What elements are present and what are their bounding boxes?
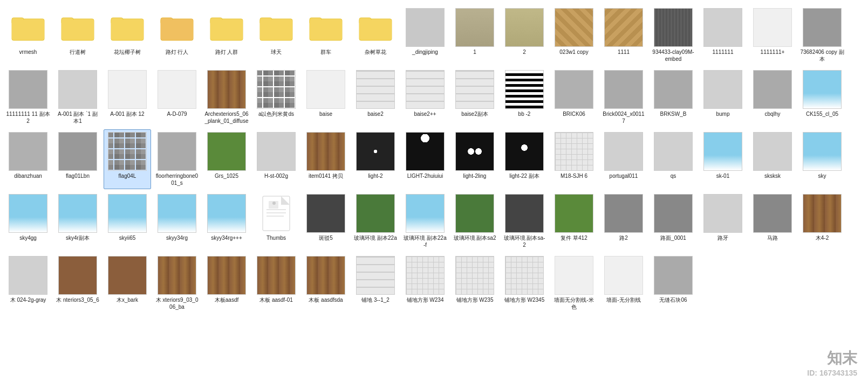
list-item[interactable]: flag04L [104, 129, 151, 189]
file-label: 1111111 [713, 48, 734, 56]
file-label: 玻璃环境 副本sa-2 [502, 234, 546, 248]
file-thumbnail [654, 194, 693, 233]
list-item[interactable]: bump [699, 67, 747, 127]
list-item[interactable]: 路面_0001 [650, 191, 697, 251]
list-item[interactable]: 木x_bark [104, 253, 151, 313]
list-item[interactable]: CK155_cl_05 [798, 67, 846, 127]
list-item[interactable]: 2 [501, 5, 548, 65]
texture-preview [158, 256, 196, 295]
list-item[interactable]: 墙面无分割线-米色 [550, 253, 598, 313]
list-item[interactable]: 玻璃环境 副本sa2 [451, 191, 498, 251]
list-item[interactable]: 1111111+ [749, 5, 796, 65]
list-item[interactable]: sk-01 [699, 129, 747, 189]
list-item[interactable]: 1111111 [699, 5, 747, 65]
list-item[interactable]: 墙面-无分割线 [600, 253, 647, 313]
list-item[interactable]: sksksk [749, 129, 796, 189]
file-label: H-st-002g [264, 172, 288, 179]
file-thumbnail [207, 8, 246, 47]
list-item[interactable]: 马路 [749, 191, 796, 251]
list-item[interactable]: 路2 [600, 191, 647, 251]
list-item[interactable]: 路灯 行人 [153, 5, 201, 65]
list-item[interactable]: light-2 [352, 129, 399, 189]
list-item[interactable]: baise2 [352, 67, 399, 127]
file-thumbnail [406, 8, 445, 47]
list-item[interactable]: 群车 [302, 5, 350, 65]
list-item[interactable]: 玻璃环境 副本22a [352, 191, 399, 251]
list-item[interactable]: LIGHT-2huiuiui [401, 129, 449, 189]
file-thumbnail [158, 8, 196, 47]
list-item[interactable]: 73682406 copy 副本 [798, 5, 846, 65]
list-item[interactable]: item0141 拷贝 [302, 129, 350, 189]
list-item[interactable]: H-st-002g [252, 129, 300, 189]
list-item[interactable]: 杂树草花 [352, 5, 399, 65]
list-item[interactable]: M18-SJH 6 [550, 129, 598, 189]
list-item[interactable]: 木 nteriors3_05_6 [54, 253, 101, 313]
list-item[interactable]: sky4gg [4, 191, 52, 251]
list-item[interactable]: 铺地方形 W2345 [501, 253, 548, 313]
list-item[interactable]: 11111111 11 副本2 [4, 67, 52, 127]
list-item[interactable]: baise2副本 [451, 67, 498, 127]
list-item[interactable]: 1111 [600, 5, 647, 65]
texture-preview [604, 132, 643, 171]
list-item[interactable]: sky [798, 129, 846, 189]
list-item[interactable]: 木 024-2g-gray [4, 253, 52, 313]
file-thumbnail [654, 256, 693, 295]
texture-preview [406, 194, 445, 233]
list-item[interactable]: 934433-clay09M-embed [650, 5, 697, 65]
list-item[interactable]: 玻璃环境 副本22a-f [401, 191, 449, 251]
list-item[interactable]: portugal011 [600, 129, 647, 189]
list-item[interactable]: Archexteriors5_06_plank_01_diffuse [203, 67, 250, 127]
texture-preview [505, 8, 544, 47]
list-item[interactable]: A-001 副本 12 [104, 67, 151, 127]
file-thumbnail [555, 194, 593, 233]
list-item[interactable]: _dingjiping [401, 5, 449, 65]
list-item[interactable]: A-001 副本 `1 副本1 [54, 67, 101, 127]
list-item[interactable]: qs [650, 129, 697, 189]
list-item[interactable]: 无缝石块06 [650, 253, 697, 313]
list-item[interactable]: 斑驳5 [302, 191, 350, 251]
list-item[interactable]: 木板aasdf [203, 253, 250, 313]
list-item[interactable]: 行道树 [54, 5, 101, 65]
list-item[interactable]: 花坛椰子树 [104, 5, 151, 65]
list-item[interactable]: 木 xteriors9_03_006_ba [153, 253, 201, 313]
list-item[interactable]: Brick0024_x00117 [600, 67, 647, 127]
list-item[interactable]: 木4-2 [798, 191, 846, 251]
list-item[interactable]: a以色列米黄ds [252, 67, 300, 127]
list-item[interactable]: 023w1 copy [550, 5, 598, 65]
list-item[interactable]: skyy34rg [153, 191, 201, 251]
list-item[interactable]: A-D-079 [153, 67, 201, 127]
list-item[interactable]: 路牙 [699, 191, 747, 251]
list-item[interactable]: 铺地方形 W234 [401, 253, 449, 313]
list-item[interactable]: vrmesh [4, 5, 52, 65]
list-item[interactable]: flag01Lbn [54, 129, 101, 189]
list-item[interactable]: dibanzhuan [4, 129, 52, 189]
list-item[interactable]: BRKSW_B [650, 67, 697, 127]
list-item[interactable]: 路灯 人群 [203, 5, 250, 65]
file-thumbnail [356, 132, 395, 171]
list-item[interactable]: 木板 aasdf-01 [252, 253, 300, 313]
list-item[interactable]: 1 [451, 5, 498, 65]
list-item[interactable]: bb -2 [501, 67, 548, 127]
list-item[interactable]: sky4r副本 [54, 191, 101, 251]
list-item[interactable]: 木板 aasdfsda [302, 253, 350, 313]
list-item[interactable]: light-2ling [451, 129, 498, 189]
list-item[interactable]: baise [302, 67, 350, 127]
texture-preview [654, 256, 693, 295]
texture-preview [108, 194, 147, 233]
list-item[interactable]: 玻璃环境 副本sa-2 [501, 191, 548, 251]
list-item[interactable]: 铺地 3--1_2 [352, 253, 399, 313]
list-item[interactable]: 复件 草412 [550, 191, 598, 251]
list-item[interactable]: skyy34rg+++ [203, 191, 250, 251]
texture-preview [455, 194, 494, 233]
list-item[interactable]: 球天 [252, 5, 300, 65]
list-item[interactable]: Thumbs [252, 191, 300, 251]
texture-preview [108, 70, 147, 109]
list-item[interactable]: BRICK06 [550, 67, 598, 127]
list-item[interactable]: skyii65 [104, 191, 151, 251]
list-item[interactable]: baise2++ [401, 67, 449, 127]
list-item[interactable]: 铺地方形 W235 [451, 253, 498, 313]
list-item[interactable]: light-22 副本 [501, 129, 548, 189]
list-item[interactable]: floorherringbone001_s [153, 129, 201, 189]
list-item[interactable]: cbqlhy [749, 67, 796, 127]
list-item[interactable]: Grs_1025 [203, 129, 250, 189]
